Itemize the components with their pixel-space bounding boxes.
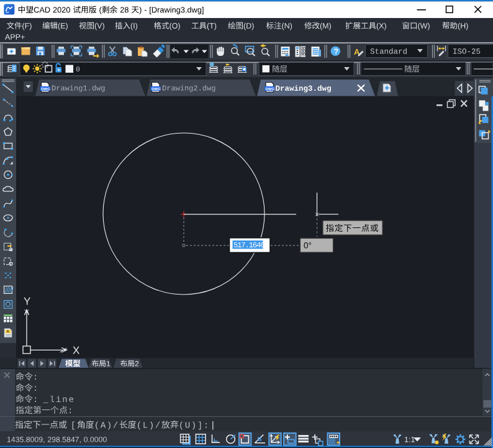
svg-text:DWG: DWG <box>265 87 274 91</box>
svg-text:DWG: DWG <box>152 87 161 91</box>
svg-text:A: A <box>7 329 9 333</box>
svg-text:DWG: DWG <box>41 87 50 91</box>
